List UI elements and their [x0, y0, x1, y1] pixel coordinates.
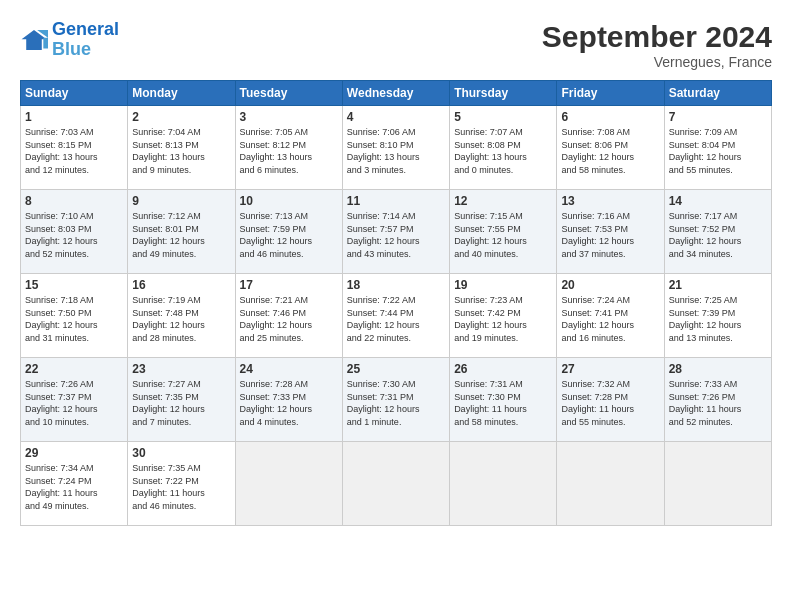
logo-text: General Blue: [52, 20, 119, 60]
day-number: 11: [347, 194, 445, 208]
calendar-day-6: 6Sunrise: 7:08 AMSunset: 8:06 PMDaylight…: [557, 106, 664, 190]
day-info: Sunrise: 7:14 AMSunset: 7:57 PMDaylight:…: [347, 210, 445, 260]
calendar-empty: [235, 442, 342, 526]
day-info: Sunrise: 7:12 AMSunset: 8:01 PMDaylight:…: [132, 210, 230, 260]
day-info: Sunrise: 7:07 AMSunset: 8:08 PMDaylight:…: [454, 126, 552, 176]
day-number: 17: [240, 278, 338, 292]
day-info: Sunrise: 7:24 AMSunset: 7:41 PMDaylight:…: [561, 294, 659, 344]
day-info: Sunrise: 7:18 AMSunset: 7:50 PMDaylight:…: [25, 294, 123, 344]
day-number: 13: [561, 194, 659, 208]
day-info: Sunrise: 7:17 AMSunset: 7:52 PMDaylight:…: [669, 210, 767, 260]
col-header-tuesday: Tuesday: [235, 81, 342, 106]
day-number: 9: [132, 194, 230, 208]
calendar-day-13: 13Sunrise: 7:16 AMSunset: 7:53 PMDayligh…: [557, 190, 664, 274]
calendar-day-8: 8Sunrise: 7:10 AMSunset: 8:03 PMDaylight…: [21, 190, 128, 274]
calendar-day-3: 3Sunrise: 7:05 AMSunset: 8:12 PMDaylight…: [235, 106, 342, 190]
calendar-day-4: 4Sunrise: 7:06 AMSunset: 8:10 PMDaylight…: [342, 106, 449, 190]
day-info: Sunrise: 7:30 AMSunset: 7:31 PMDaylight:…: [347, 378, 445, 428]
calendar-day-20: 20Sunrise: 7:24 AMSunset: 7:41 PMDayligh…: [557, 274, 664, 358]
calendar: SundayMondayTuesdayWednesdayThursdayFrid…: [20, 80, 772, 526]
logo-line2: Blue: [52, 39, 91, 59]
day-info: Sunrise: 7:34 AMSunset: 7:24 PMDaylight:…: [25, 462, 123, 512]
day-number: 12: [454, 194, 552, 208]
calendar-day-29: 29Sunrise: 7:34 AMSunset: 7:24 PMDayligh…: [21, 442, 128, 526]
day-number: 25: [347, 362, 445, 376]
calendar-week-row: 29Sunrise: 7:34 AMSunset: 7:24 PMDayligh…: [21, 442, 772, 526]
calendar-day-5: 5Sunrise: 7:07 AMSunset: 8:08 PMDaylight…: [450, 106, 557, 190]
logo: General Blue: [20, 20, 119, 60]
calendar-day-23: 23Sunrise: 7:27 AMSunset: 7:35 PMDayligh…: [128, 358, 235, 442]
col-header-saturday: Saturday: [664, 81, 771, 106]
day-info: Sunrise: 7:33 AMSunset: 7:26 PMDaylight:…: [669, 378, 767, 428]
day-info: Sunrise: 7:10 AMSunset: 8:03 PMDaylight:…: [25, 210, 123, 260]
calendar-day-15: 15Sunrise: 7:18 AMSunset: 7:50 PMDayligh…: [21, 274, 128, 358]
day-info: Sunrise: 7:03 AMSunset: 8:15 PMDaylight:…: [25, 126, 123, 176]
calendar-day-22: 22Sunrise: 7:26 AMSunset: 7:37 PMDayligh…: [21, 358, 128, 442]
calendar-day-30: 30Sunrise: 7:35 AMSunset: 7:22 PMDayligh…: [128, 442, 235, 526]
day-number: 19: [454, 278, 552, 292]
calendar-day-12: 12Sunrise: 7:15 AMSunset: 7:55 PMDayligh…: [450, 190, 557, 274]
day-info: Sunrise: 7:05 AMSunset: 8:12 PMDaylight:…: [240, 126, 338, 176]
day-number: 3: [240, 110, 338, 124]
day-number: 10: [240, 194, 338, 208]
day-number: 18: [347, 278, 445, 292]
day-info: Sunrise: 7:06 AMSunset: 8:10 PMDaylight:…: [347, 126, 445, 176]
day-number: 22: [25, 362, 123, 376]
calendar-day-1: 1Sunrise: 7:03 AMSunset: 8:15 PMDaylight…: [21, 106, 128, 190]
calendar-day-26: 26Sunrise: 7:31 AMSunset: 7:30 PMDayligh…: [450, 358, 557, 442]
logo-line1: General: [52, 19, 119, 39]
day-number: 30: [132, 446, 230, 460]
day-number: 6: [561, 110, 659, 124]
calendar-week-row: 8Sunrise: 7:10 AMSunset: 8:03 PMDaylight…: [21, 190, 772, 274]
calendar-day-7: 7Sunrise: 7:09 AMSunset: 8:04 PMDaylight…: [664, 106, 771, 190]
calendar-empty: [664, 442, 771, 526]
calendar-day-21: 21Sunrise: 7:25 AMSunset: 7:39 PMDayligh…: [664, 274, 771, 358]
day-info: Sunrise: 7:04 AMSunset: 8:13 PMDaylight:…: [132, 126, 230, 176]
day-info: Sunrise: 7:25 AMSunset: 7:39 PMDaylight:…: [669, 294, 767, 344]
day-info: Sunrise: 7:28 AMSunset: 7:33 PMDaylight:…: [240, 378, 338, 428]
day-number: 29: [25, 446, 123, 460]
calendar-day-17: 17Sunrise: 7:21 AMSunset: 7:46 PMDayligh…: [235, 274, 342, 358]
calendar-day-18: 18Sunrise: 7:22 AMSunset: 7:44 PMDayligh…: [342, 274, 449, 358]
col-header-friday: Friday: [557, 81, 664, 106]
day-info: Sunrise: 7:15 AMSunset: 7:55 PMDaylight:…: [454, 210, 552, 260]
day-info: Sunrise: 7:27 AMSunset: 7:35 PMDaylight:…: [132, 378, 230, 428]
calendar-empty: [557, 442, 664, 526]
calendar-day-24: 24Sunrise: 7:28 AMSunset: 7:33 PMDayligh…: [235, 358, 342, 442]
day-number: 8: [25, 194, 123, 208]
calendar-day-10: 10Sunrise: 7:13 AMSunset: 7:59 PMDayligh…: [235, 190, 342, 274]
day-number: 27: [561, 362, 659, 376]
col-header-monday: Monday: [128, 81, 235, 106]
day-number: 23: [132, 362, 230, 376]
day-number: 5: [454, 110, 552, 124]
calendar-day-9: 9Sunrise: 7:12 AMSunset: 8:01 PMDaylight…: [128, 190, 235, 274]
calendar-week-row: 22Sunrise: 7:26 AMSunset: 7:37 PMDayligh…: [21, 358, 772, 442]
day-number: 14: [669, 194, 767, 208]
location: Vernegues, France: [542, 54, 772, 70]
day-number: 24: [240, 362, 338, 376]
title-block: September 2024 Vernegues, France: [542, 20, 772, 70]
day-info: Sunrise: 7:09 AMSunset: 8:04 PMDaylight:…: [669, 126, 767, 176]
day-info: Sunrise: 7:22 AMSunset: 7:44 PMDaylight:…: [347, 294, 445, 344]
day-number: 16: [132, 278, 230, 292]
col-header-sunday: Sunday: [21, 81, 128, 106]
header: General Blue September 2024 Vernegues, F…: [20, 20, 772, 70]
calendar-empty: [342, 442, 449, 526]
calendar-day-28: 28Sunrise: 7:33 AMSunset: 7:26 PMDayligh…: [664, 358, 771, 442]
calendar-day-11: 11Sunrise: 7:14 AMSunset: 7:57 PMDayligh…: [342, 190, 449, 274]
day-info: Sunrise: 7:13 AMSunset: 7:59 PMDaylight:…: [240, 210, 338, 260]
day-info: Sunrise: 7:16 AMSunset: 7:53 PMDaylight:…: [561, 210, 659, 260]
day-info: Sunrise: 7:23 AMSunset: 7:42 PMDaylight:…: [454, 294, 552, 344]
day-number: 4: [347, 110, 445, 124]
day-info: Sunrise: 7:19 AMSunset: 7:48 PMDaylight:…: [132, 294, 230, 344]
day-number: 26: [454, 362, 552, 376]
day-number: 1: [25, 110, 123, 124]
day-info: Sunrise: 7:32 AMSunset: 7:28 PMDaylight:…: [561, 378, 659, 428]
calendar-day-14: 14Sunrise: 7:17 AMSunset: 7:52 PMDayligh…: [664, 190, 771, 274]
day-number: 15: [25, 278, 123, 292]
day-number: 2: [132, 110, 230, 124]
page: General Blue September 2024 Vernegues, F…: [0, 0, 792, 612]
col-header-thursday: Thursday: [450, 81, 557, 106]
calendar-empty: [450, 442, 557, 526]
day-number: 7: [669, 110, 767, 124]
